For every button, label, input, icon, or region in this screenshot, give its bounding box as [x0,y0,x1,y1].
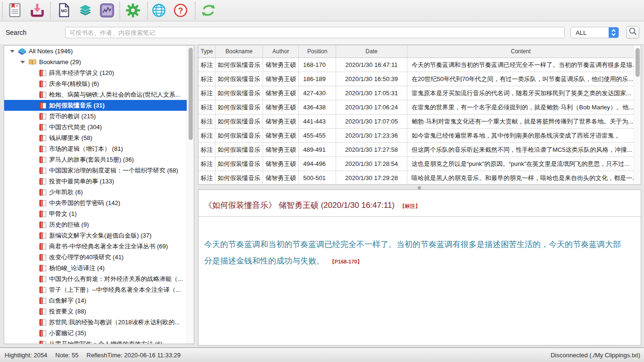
book-label: 杨伯峻_论语译注 (4) [49,264,105,272]
book-label: 如何假装懂音乐 (31) [49,101,105,110]
sidebar-book-item[interactable]: 杨伯峻_论语译注 (4) [4,263,187,273]
table-row[interactable]: 标注 如何假装懂音乐 储智勇王硕 436-438 2020/1/30 17:06… [198,100,634,115]
table-row[interactable]: 标注 如何假装懂音乐 储智勇王硕 168-170 2020/1/30 16:47… [198,58,634,72]
table-row[interactable]: 标注 如何假装懂音乐 储智勇王硕 489-491 2020/1/30 17:27… [198,143,634,157]
book-label: 苏世民:我的经验与教训（2018读桥水达利欧的... [49,318,180,327]
book-label: 货币的教训 (215) [49,112,96,121]
cell-bookname: 如何假装懂音乐 [215,58,263,72]
sidebar-scrollbar[interactable] [187,46,194,344]
notes-document-icon[interactable] [7,2,23,18]
sidebar-book-item[interactable]: 甲骨文 (1) [4,208,187,219]
column-header-type[interactable]: Type [198,45,215,58]
status-note-count: Note: 55 [55,352,78,359]
sidebar-book-item[interactable]: 市场的逻辑（增订本） (81) [4,143,187,154]
scope-select-value: ALL [571,29,609,36]
table-row[interactable]: 标注 如何假装懂音乐 储智勇王硕 186-189 2020/1/30 16:50… [198,72,634,86]
sidebar-book-item[interactable]: 货币的教训 (215) [4,111,187,122]
search-input[interactable] [65,27,565,38]
sidebar-book-item[interactable]: 从零开始学写作：个人增值的有效方法 (6) [4,338,187,344]
sidebar-book-item[interactable]: 庆余年(精校版) (6) [4,78,187,89]
column-header-bookname[interactable]: Bookname [215,45,263,58]
sidebar-book-item[interactable]: 新编说文解字大全集(超值白金版) (37) [4,230,187,241]
sidebar-book-item[interactable]: 枪炮、病菌与钢铁:人类社会的命运(世纪人文系... [4,89,187,100]
sidebar-book-item[interactable]: 改变心理学的40项研究 (41) [4,252,187,263]
sidebar-book-item[interactable]: 中国为什么有前途：对外经济关系的战略潜能（... [4,273,187,284]
table-row[interactable]: 标注 如何假装懂音乐 储智勇王硕 494-496 2020/1/30 17:28… [198,157,634,171]
sidebar-book-item[interactable]: 白鱼解字 (14) [4,295,187,306]
cell-date: 2020/1/30 17:06:24 [336,100,407,114]
book-icon [39,102,47,109]
all-notes-label: All Notes (1946) [29,48,73,55]
disclosure-triangle-icon[interactable] [20,61,25,64]
help-icon[interactable]: ? [173,2,189,18]
cell-position: 494-496 [299,157,336,171]
cell-author: 储智勇王硕 [263,58,299,72]
cell-content: 鲍勃·马利对雷鬼文化还有一个重大贡献，就是将脏辫传播到了世界各地。关于为... [407,115,634,128]
sidebar-book-item[interactable]: 历史的巨镜 (9) [4,219,187,230]
sidebar-book-item[interactable]: 少年凯歌 (6) [4,187,187,197]
disclosure-triangle-icon[interactable] [10,50,15,53]
column-header-position[interactable]: Position [299,45,336,58]
splitter-dot-icon [418,186,421,189]
book-label: 甲骨文 (1) [49,210,77,218]
book-icon [39,124,47,131]
statistics-icon[interactable] [99,2,115,18]
settings-gear-icon[interactable] [125,2,141,18]
sidebar-book-item[interactable]: 中国国家治理的制度逻辑：一个组织学研究 (68) [4,165,187,176]
sidebar-scrollbar-thumb[interactable] [189,48,193,140]
cell-date: 2020/1/30 16:47:11 [336,58,407,72]
column-header-content[interactable]: Content [407,45,634,58]
sidebar-book-item[interactable]: 小窗幽记 (35) [4,328,187,338]
sidebar-book-item[interactable]: 薛兆丰经济学讲义 (120) [4,67,187,78]
table-row[interactable]: 标注 如何假装懂音乐 储智勇王硕 455-455 2020/1/30 17:23… [198,129,634,143]
sidebar-item-all-notes[interactable]: All Notes (1946) [4,46,187,57]
search-button[interactable] [626,26,639,39]
column-header-author[interactable]: Author [263,45,299,58]
table-scrollbar[interactable] [634,45,641,184]
toolbar-separator [50,2,51,19]
sidebar-book-item[interactable]: 商君书-中华经典名著全本全注全译丛书 (69) [4,241,187,252]
table-row[interactable]: 标注 如何假装懂音乐 储智勇王硕 441-443 2020/1/30 17:07… [198,115,634,129]
splitter-handle[interactable] [198,185,641,189]
sidebar-book-item[interactable]: 钱从哪里来 (58) [4,132,187,143]
search-bar: Search ALL [0,22,644,45]
import-clippings-icon[interactable] [29,2,45,18]
sync-refresh-icon[interactable] [200,2,216,18]
sidebar-book-item[interactable]: 中央帝国的哲学密码 (142) [4,197,187,208]
cell-author: 储智勇王硕 [263,129,299,142]
table-row[interactable]: 标注 如何假装懂音乐 储智勇王硕 500-501 2020/1/30 17:29… [198,171,634,185]
book-icon [39,222,47,228]
table-body: 标注 如何假装懂音乐 储智勇王硕 168-170 2020/1/30 16:47… [198,58,634,185]
sidebar-book-item[interactable]: 投资中最简单的事 (133) [4,176,187,187]
search-label: Search [6,29,26,36]
markdown-export-icon[interactable]: MD [56,2,72,18]
sidebar-book-item[interactable]: 中国古代简史 (304) [4,122,187,132]
cell-position: 500-501 [299,171,336,185]
toolbar-separator [195,2,196,19]
sidebar-book-item[interactable]: 投资要义 (88) [4,306,187,317]
cell-content: 在雷鬼的世界里，有一个名字是必须提到的，就是鲍勃·马利（Bob Marley）。… [407,100,634,114]
book-label: 新编说文解字大全集(超值白金版) (37) [49,231,151,240]
table-scrollbar-thumb[interactable] [636,48,640,77]
book-label: 枪炮、病菌与钢铁:人类社会的命运(世纪人文系... [49,90,181,99]
note-detail-body: 今天的节奏蓝调和当初的节奏蓝调已经完全不一样了。当初的节奏蓝调有很多是描述困苦生… [198,217,641,270]
note-type-tag: 【标注】 [400,203,421,209]
sidebar-book-item[interactable]: 如何假装懂音乐 (31) [4,100,187,111]
book-icon [39,341,47,345]
book-label: 投资中最简单的事 (133) [49,177,114,186]
globe-icon[interactable] [151,2,167,18]
cell-type: 标注 [198,58,215,72]
column-header-date[interactable]: Date [336,45,407,58]
sidebar-book-item[interactable]: 苏世民:我的经验与教训（2018读桥水达利欧的... [4,317,187,328]
sidebar-book-item[interactable]: 管子（上下册）--中华经典名著全本全注全译（... [4,284,187,295]
cell-content: 这也是朋克之所以是“punk"的原因。“punk"在英文里是流氓阿飞的意思，只不… [407,157,634,171]
book-icon [39,81,47,87]
cell-bookname: 如何假装懂音乐 [215,171,263,185]
sidebar-book-item[interactable]: 罗马人的故事(套装共15册) (36) [4,154,187,165]
cell-content: 雷鬼原本是牙买加流行音乐的代名词，随着牙买加移民到了英美之类的发达国家... [407,86,634,100]
note-detail-pane: 《如何假装懂音乐》 储智勇王硕 (2020/1/30 16:47:11) 【标注… [198,189,641,346]
layers-icon[interactable] [77,2,93,18]
table-row[interactable]: 标注 如何假装懂音乐 储智勇王硕 427-430 2020/1/30 17:05… [198,86,634,100]
scope-select[interactable]: ALL [570,27,619,38]
sidebar-item-bookname[interactable]: Bookname (29) [4,57,187,67]
